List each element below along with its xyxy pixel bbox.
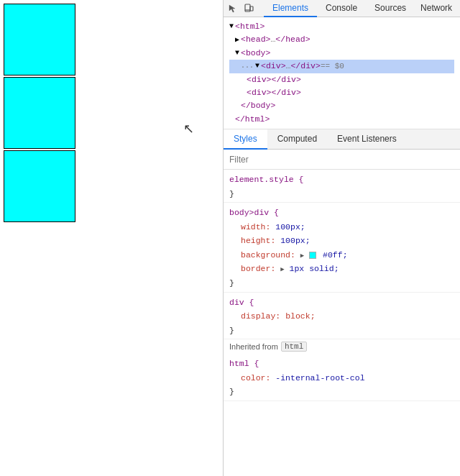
tree-body-close: </body>	[229, 99, 454, 112]
tree-html-close: </html>	[229, 113, 454, 126]
toolbar-icons	[226, 2, 255, 15]
tree-body[interactable]: <body>	[229, 47, 454, 60]
tree-head[interactable]: <head>…</head>	[229, 33, 454, 46]
devtools-toolbar: Elements Console Sources Network	[224, 0, 460, 17]
tree-div-2[interactable]: <div></div>	[229, 86, 454, 99]
inherited-tag[interactable]: html	[281, 342, 307, 352]
expand-html[interactable]	[229, 21, 234, 32]
filter-bar	[224, 150, 460, 170]
svg-rect-1	[250, 6, 253, 11]
cursor-pointer: ↖	[183, 121, 194, 137]
cyan-box-1	[4, 4, 75, 75]
filter-input[interactable]	[229, 155, 337, 165]
device-tool-icon[interactable]	[242, 2, 255, 15]
cyan-box-2	[4, 77, 75, 149]
css-element-style: element.style { }	[224, 170, 460, 203]
page-preview: ↖	[0, 0, 223, 476]
tab-styles[interactable]: Styles	[224, 129, 267, 150]
styles-panel: element.style { } body>div { width: 100p…	[224, 170, 460, 476]
expand-head[interactable]	[235, 35, 239, 46]
tree-html[interactable]: <html>	[229, 20, 454, 33]
main-area: ↖ Eleme	[0, 0, 460, 476]
expand-div[interactable]	[255, 60, 259, 72]
tab-network[interactable]: Network	[415, 0, 458, 17]
css-div: div { display: block; }	[224, 293, 460, 340]
border-triangle[interactable]: ▶	[280, 266, 284, 273]
tree-selected-div[interactable]: ... <div>…</div> == $0	[229, 60, 454, 73]
css-html: html { color: -internal-root-col }	[224, 354, 460, 401]
color-triangle[interactable]: ▶	[300, 252, 304, 260]
cursor-tool-icon[interactable]	[226, 2, 239, 15]
tab-event-listeners[interactable]: Event Listeners	[327, 129, 407, 150]
expand-body[interactable]	[235, 47, 239, 59]
top-tab-strip: Elements Console Sources Network	[264, 0, 458, 17]
inherited-from-label: Inherited from html	[224, 339, 460, 354]
tab-sources[interactable]: Sources	[366, 0, 415, 17]
tree-div-1[interactable]: <div></div>	[229, 73, 454, 86]
color-swatch[interactable]	[309, 252, 316, 259]
devtools-sub-tabs: Styles Computed Event Listeners	[224, 129, 460, 150]
tab-console[interactable]: Console	[317, 0, 366, 17]
html-tree: <html> <head>…</head> <body> ... <div>…<…	[224, 17, 460, 129]
tab-computed[interactable]: Computed	[267, 129, 327, 150]
cyan-box-3	[4, 150, 75, 222]
css-body-div: body>div { width: 100px; height: 100px; …	[224, 203, 460, 292]
tab-elements[interactable]: Elements	[264, 0, 317, 17]
devtools-panel: Elements Console Sources Network <html>	[223, 0, 460, 476]
